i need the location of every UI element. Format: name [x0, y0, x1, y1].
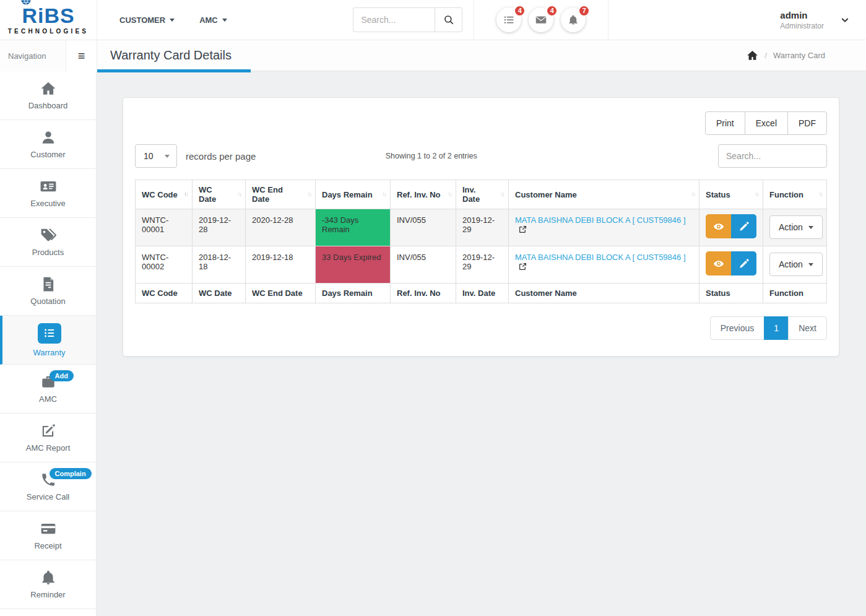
excel-button[interactable]: Excel — [745, 111, 788, 135]
footer-status: Status — [699, 284, 763, 303]
column-header-inv-date[interactable]: Inv. Date↑↓ — [456, 180, 509, 209]
view-button[interactable] — [706, 251, 731, 275]
action-dropdown[interactable]: Action — [769, 215, 823, 239]
topbar-search-input[interactable] — [353, 7, 435, 32]
user-name: admin — [780, 10, 824, 20]
sort-icon: ↑↓ — [691, 191, 695, 197]
edit-button[interactable] — [731, 251, 756, 275]
cell-wc-date: 2018-12-18 — [193, 246, 246, 284]
cell-wc-end-date: 2019-12-18 — [246, 246, 316, 284]
table-row: WNTC-00001 2019-12-28 2020-12-28 -343 Da… — [136, 209, 827, 246]
cell-status — [699, 246, 763, 284]
sidebar-item-label: Service Call — [27, 492, 69, 501]
sidebar-item-label: Customer — [30, 150, 65, 159]
cell-function: Action — [763, 209, 827, 246]
cell-days-remain: -343 Days Remain — [316, 209, 391, 246]
cell-ref-inv-no: INV/055 — [391, 246, 456, 284]
view-button[interactable] — [706, 214, 731, 238]
footer-wc-date: WC Date — [193, 284, 246, 303]
chevron-down-icon — [808, 226, 813, 229]
column-header-customer-name[interactable]: Customer Name↑↓ — [509, 180, 699, 209]
external-link-icon[interactable] — [519, 262, 527, 272]
sidebar: Dashboard Customer Executive Products Qu — [0, 71, 97, 616]
tags-icon — [40, 227, 56, 243]
export-button-group: Print Excel PDF — [705, 111, 827, 135]
customer-link[interactable]: MATA BAISHNA DEBI BLOCK A [ CUST59846 ] — [515, 253, 686, 262]
sort-icon: ↑↓ — [500, 191, 504, 197]
tasks-button[interactable]: 4 — [496, 7, 521, 32]
column-header-ref-inv-no[interactable]: Ref. Inv. No↑↓ — [391, 180, 456, 209]
user-icon — [40, 129, 56, 145]
action-dropdown[interactable]: Action — [769, 253, 823, 276]
pdf-button[interactable]: PDF — [787, 111, 827, 135]
sidebar-item-products[interactable]: Products — [0, 218, 96, 267]
footer-customer-name: Customer Name — [509, 284, 699, 303]
add-badge: Add — [50, 370, 74, 381]
breadcrumb-separator: / — [764, 51, 767, 60]
menu-customer[interactable]: CUSTOMER — [119, 15, 175, 25]
print-button[interactable]: Print — [705, 111, 745, 135]
pagination-next[interactable]: Next — [788, 316, 827, 340]
showing-entries-text: Showing 1 to 2 of 2 entries — [200, 152, 662, 160]
sidebar-item-executive[interactable]: Executive — [0, 169, 96, 218]
column-header-status[interactable]: Status↑↓ — [699, 180, 763, 209]
pagination-previous[interactable]: Previous — [710, 316, 764, 340]
logo[interactable]: RiBS TECHNOLOGIES — [0, 0, 97, 40]
id-card-icon — [40, 178, 56, 194]
sidebar-toggle-button[interactable]: ≡ — [66, 40, 97, 71]
top-menu: CUSTOMER AMC — [97, 0, 227, 40]
sidebar-item-customer[interactable]: Customer — [0, 120, 96, 169]
customer-link[interactable]: MATA BAISHNA DEBI BLOCK A [ CUST59846 ] — [515, 215, 686, 225]
sidebar-item-dashboard[interactable]: Dashboard — [0, 71, 96, 120]
pagination: Previous1Next — [710, 316, 827, 340]
records-per-page-select[interactable]: 10 — [135, 144, 177, 168]
sidebar-item-quotation[interactable]: Quotation — [0, 267, 96, 316]
table-footer-row: WC Code WC Date WC End Date Days Remain … — [136, 284, 827, 303]
sort-icon: ↑↓ — [755, 191, 758, 197]
footer-wc-code: WC Code — [136, 284, 193, 303]
logo-subtitle: TECHNOLOGIES — [8, 28, 89, 35]
cell-days-remain: 33 Days Expired — [316, 246, 391, 284]
sidebar-item-amc[interactable]: Add AMC — [0, 365, 96, 414]
edit-button[interactable] — [731, 214, 756, 238]
cell-ref-inv-no: INV/055 — [391, 209, 456, 246]
notifications-count-badge: 7 — [578, 5, 590, 17]
notifications-button[interactable]: 7 — [561, 7, 586, 32]
separator — [608, 0, 608, 40]
sidebar-item-reminder[interactable]: Reminder — [0, 560, 96, 609]
mail-icon — [535, 14, 547, 25]
sidebar-item-label: AMC — [39, 394, 57, 404]
home-icon[interactable] — [747, 50, 758, 61]
main-content: Print Excel PDF 10 records per page Show… — [97, 71, 866, 616]
topbar-search — [342, 0, 474, 40]
column-header-wc-date[interactable]: WC Date↑↓ — [193, 180, 246, 209]
sidebar-item-label: Warranty — [33, 348, 65, 357]
footer-inv-date: Inv. Date — [456, 284, 509, 303]
chevron-down-icon — [222, 19, 227, 22]
column-header-days-remain[interactable]: Days Remain↑↓ — [316, 180, 391, 209]
topbar: RiBS TECHNOLOGIES CUSTOMER AMC 4 — [0, 0, 866, 40]
bell-icon — [568, 14, 579, 25]
sidebar-item-label: AMC Report — [26, 443, 71, 453]
messages-button[interactable]: 4 — [529, 7, 553, 32]
sidebar-item-warranty[interactable]: Warranty — [0, 316, 96, 365]
topbar-search-button[interactable] — [435, 7, 462, 32]
list-icon — [38, 323, 61, 344]
complain-badge: Complain — [50, 468, 92, 479]
sidebar-item-service-call[interactable]: Complain Service Call — [0, 462, 96, 511]
external-link-icon[interactable] — [519, 225, 527, 235]
title-underline — [97, 69, 251, 72]
table-search-input[interactable] — [718, 144, 827, 168]
sidebar-item-label: Executive — [30, 199, 65, 208]
column-header-wc-end-date[interactable]: WC End Date↑↓ — [246, 180, 316, 209]
tasks-icon — [503, 14, 514, 25]
sidebar-item-amc-report[interactable]: AMC Report — [0, 414, 96, 462]
column-header-function[interactable]: Function↑↓ — [763, 180, 827, 209]
eye-icon — [713, 258, 724, 269]
menu-amc[interactable]: AMC — [199, 15, 227, 25]
user-menu[interactable]: admin Administrator — [724, 0, 866, 40]
tasks-count-badge: 4 — [514, 5, 526, 17]
pagination-page-1[interactable]: 1 — [764, 316, 789, 340]
column-header-wc-code[interactable]: WC Code↑↓ — [136, 180, 193, 209]
sidebar-item-receipt[interactable]: Receipt — [0, 511, 96, 560]
